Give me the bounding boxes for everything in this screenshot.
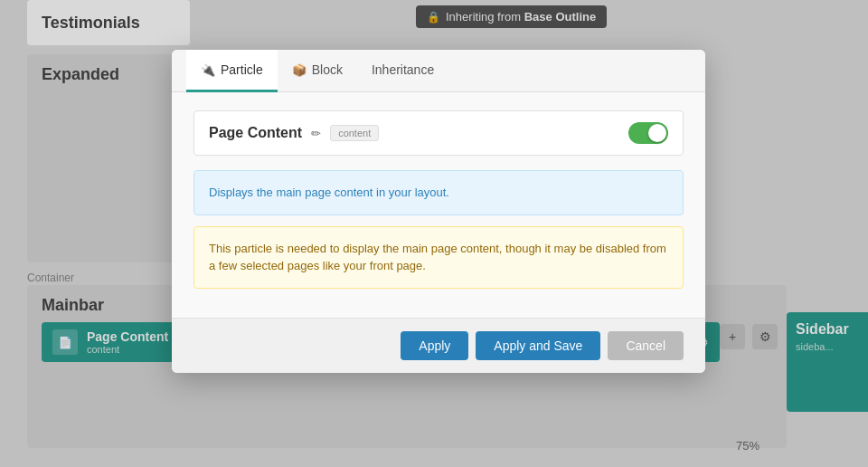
modal: 🔌 Particle 📦 Block Inheritance Page Cont… [172, 50, 705, 373]
toggle-switch[interactable] [628, 122, 668, 144]
tab-inheritance[interactable]: Inheritance [357, 50, 448, 92]
info-box-blue: Displays the main page content in your l… [193, 170, 684, 215]
tab-block[interactable]: 📦 Block [278, 50, 357, 92]
apply-button[interactable]: Apply [401, 331, 468, 360]
apply-save-button[interactable]: Apply and Save [476, 331, 600, 360]
info-blue-text: Displays the main page content in your l… [209, 186, 449, 199]
block-tab-icon: 📦 [292, 63, 307, 77]
modal-tabs: 🔌 Particle 📦 Block Inheritance [172, 50, 705, 92]
tab-block-label: Block [312, 62, 343, 77]
pc-header: Page Content ✏ content [193, 110, 684, 156]
tab-particle[interactable]: 🔌 Particle [186, 50, 278, 92]
particle-tab-icon: 🔌 [201, 63, 215, 77]
pc-header-left: Page Content ✏ content [209, 125, 379, 141]
cancel-button[interactable]: Cancel [608, 331, 684, 360]
pc-section-title: Page Content [209, 125, 302, 141]
info-box-yellow: This particle is needed to display the m… [193, 226, 684, 289]
modal-footer: Apply Apply and Save Cancel [172, 318, 705, 373]
tab-particle-label: Particle [221, 62, 263, 77]
tab-inheritance-label: Inheritance [372, 62, 434, 77]
edit-icon[interactable]: ✏ [311, 127, 321, 140]
info-yellow-text: This particle is needed to display the m… [209, 242, 666, 273]
toggle-knob [648, 124, 666, 142]
pc-badge: content [330, 125, 379, 141]
modal-body: Page Content ✏ content Displays the main… [172, 92, 705, 318]
